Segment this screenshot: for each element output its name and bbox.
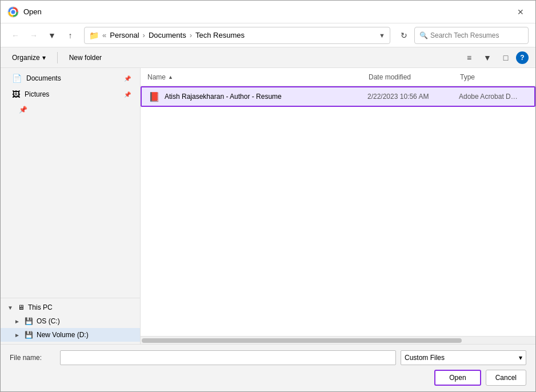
sidebar-item-documents[interactable]: 📄 Documents 📌: [3, 71, 138, 86]
breadcrumb-dropdown[interactable]: ▼: [379, 32, 385, 39]
new-volume-icon: 💾: [25, 331, 33, 339]
sidebar-item-pictures-label: Pictures: [25, 90, 49, 98]
this-pc-label: This PC: [28, 303, 53, 311]
tree-arrow-right-os: ►: [14, 318, 21, 325]
pin-icon: 📌: [124, 75, 131, 82]
breadcrumb-documents: Documents: [149, 31, 186, 39]
sidebar-divider: [1, 298, 140, 298]
sidebar-item-documents-label: Documents: [26, 74, 61, 82]
col-name[interactable]: Name ▲: [147, 73, 369, 81]
search-box[interactable]: 🔍: [414, 27, 529, 44]
pin-empty-icon: 📌: [19, 106, 27, 114]
view-dropdown-arrow: ▼: [483, 53, 491, 62]
file-date: 2/22/2023 10:56 AM: [367, 93, 459, 101]
toolbar: Organize ▾ New folder ≡ ▼ □ ?: [1, 47, 535, 68]
action-row: Open Cancel: [10, 370, 526, 386]
file-area: Name ▲ Date modified Type 📕 Atish Rajase…: [141, 68, 535, 344]
title-bar: Open ✕: [1, 1, 535, 23]
filename-input[interactable]: [60, 350, 396, 365]
h-scroll-thumb[interactable]: [142, 338, 462, 343]
file-type: Adobe Acrobat D…: [459, 93, 527, 101]
help-button[interactable]: ?: [516, 51, 529, 64]
view-list-icon: ≡: [467, 53, 471, 62]
organize-label: Organize: [12, 54, 40, 62]
sidebar-item-pin-empty[interactable]: 📌: [3, 103, 138, 117]
dialog-title: Open: [23, 7, 42, 16]
close-button[interactable]: ✕: [513, 4, 529, 20]
svg-point-1: [11, 10, 15, 14]
search-input[interactable]: [430, 31, 523, 39]
filetype-value: Custom Files: [405, 354, 445, 362]
open-dialog: Open ✕ ← → ▼ ↑ 📁 « Personal › Documents …: [0, 0, 536, 392]
title-bar-left: Open: [7, 6, 42, 18]
sort-arrow: ▲: [168, 74, 173, 80]
sidebar-this-pc[interactable]: ▼ 🖥 This PC: [1, 301, 140, 314]
this-pc-icon: 🖥: [18, 303, 25, 311]
toolbar-separator: [57, 52, 58, 63]
col-type[interactable]: Type: [460, 73, 529, 81]
refresh-button[interactable]: ↻: [396, 27, 412, 43]
new-folder-label: New folder: [69, 54, 102, 62]
sidebar: 📄 Documents 📌 🖼 Pictures 📌 📌 ▼ 🖥 This PC: [1, 68, 141, 344]
documents-icon: 📄: [12, 74, 22, 83]
address-folder-icon: 📁: [89, 31, 99, 40]
view-dropdown-button[interactable]: ▼: [479, 50, 495, 66]
chrome-icon: [7, 6, 19, 18]
col-date-label: Date modified: [369, 73, 411, 81]
toolbar-right: ≡ ▼ □ ?: [461, 50, 529, 66]
sidebar-new-volume-d[interactable]: ► 💾 New Volume (D:): [1, 328, 140, 342]
bottom-bar: File name: Custom Files ▾ Open Cancel: [1, 344, 535, 391]
horizontal-scrollbar[interactable]: [141, 336, 535, 344]
sidebar-item-pictures[interactable]: 🖼 Pictures 📌: [3, 87, 138, 102]
file-header: Name ▲ Date modified Type: [141, 68, 535, 86]
filetype-arrow: ▾: [519, 354, 522, 362]
view-pane-icon: □: [503, 53, 508, 62]
main-content: 📄 Documents 📌 🖼 Pictures 📌 📌 ▼ 🖥 This PC: [1, 68, 535, 344]
forward-button[interactable]: →: [26, 27, 42, 43]
cancel-button[interactable]: Cancel: [486, 370, 526, 386]
new-folder-button[interactable]: New folder: [65, 52, 106, 63]
os-c-label: OS (C:): [37, 317, 60, 325]
open-button[interactable]: Open: [434, 370, 481, 386]
sidebar-spacer: [1, 117, 140, 295]
pin-icon-2: 📌: [124, 91, 131, 98]
search-icon: 🔍: [419, 31, 428, 39]
help-label: ?: [520, 54, 524, 62]
file-list: 📕 Atish Rajasekharan - Author - Resume 2…: [141, 86, 535, 336]
os-c-icon: 💾: [25, 317, 33, 325]
view-list-button[interactable]: ≡: [461, 50, 477, 66]
col-date[interactable]: Date modified: [369, 73, 460, 81]
nav-bar: ← → ▼ ↑ 📁 « Personal › Documents › Tech …: [1, 23, 535, 47]
pdf-icon: 📕: [149, 91, 160, 102]
breadcrumb-tech-resumes: Tech Resumes: [195, 31, 245, 39]
view-pane-button[interactable]: □: [498, 50, 514, 66]
h-scroll-track: [142, 338, 534, 343]
sidebar-os-c[interactable]: ► 💾 OS (C:): [1, 314, 140, 328]
new-volume-label: New Volume (D:): [37, 331, 89, 339]
address-bar[interactable]: 📁 « Personal › Documents › Tech Resumes …: [84, 27, 390, 44]
tree-arrow-down: ▼: [7, 305, 14, 311]
filetype-select[interactable]: Custom Files ▾: [401, 350, 526, 365]
file-row[interactable]: 📕 Atish Rajasekharan - Author - Resume 2…: [141, 86, 535, 107]
organize-arrow: ▾: [42, 54, 46, 62]
back-button[interactable]: ←: [7, 27, 23, 43]
breadcrumb-personal: Personal: [110, 31, 139, 39]
file-name: Atish Rajasekharan - Author - Resume: [165, 93, 367, 101]
col-name-label: Name: [147, 73, 166, 81]
filename-row: File name: Custom Files ▾: [10, 350, 526, 365]
col-type-label: Type: [460, 73, 475, 81]
pictures-icon: 🖼: [12, 90, 20, 99]
organize-button[interactable]: Organize ▾: [7, 52, 50, 63]
recent-locations-button[interactable]: ▼: [44, 27, 60, 43]
filename-label: File name:: [10, 354, 55, 362]
up-button[interactable]: ↑: [62, 27, 78, 43]
tree-arrow-right-d: ►: [14, 332, 21, 338]
